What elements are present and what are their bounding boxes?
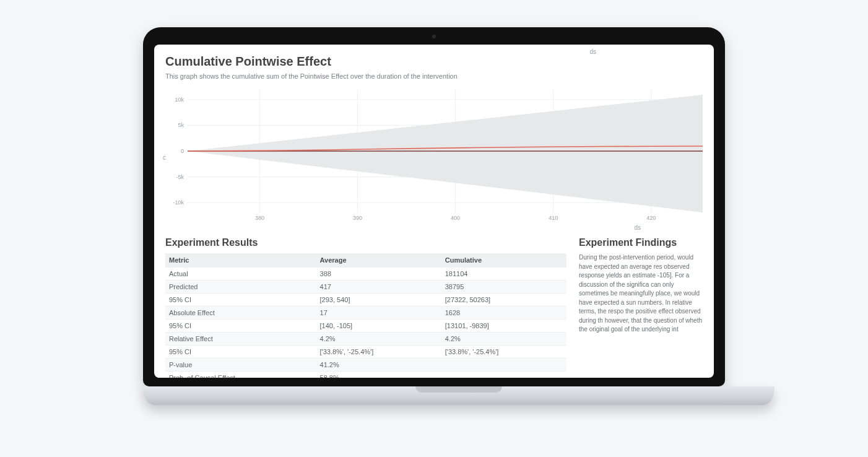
- chart-plot[interactable]: [188, 90, 703, 212]
- xtick: 390: [353, 215, 362, 221]
- xtick: 420: [646, 215, 656, 221]
- app-root: ds Cumulative Pointwise Effect This grap…: [154, 45, 714, 378]
- cell: Actual: [165, 268, 316, 281]
- cell: Prob. of Causal Effect: [165, 372, 316, 378]
- laptop-mock: ds Cumulative Pointwise Effect This grap…: [143, 27, 725, 405]
- cell: [293, 540]: [316, 294, 441, 307]
- cell: [441, 372, 566, 378]
- table-row: 95% CI[140, -105][13101, -9839]: [165, 320, 566, 333]
- panels: Experiment Results Metric Average Cumula…: [165, 237, 703, 378]
- page-subtitle: This graph shows the cumulative sum of t…: [165, 72, 703, 80]
- chart-xticks: 380 390 400 410 420: [188, 215, 703, 224]
- table-row: Actual388181104: [165, 268, 566, 281]
- ytick: 5k: [178, 122, 184, 128]
- cell: 95% CI: [165, 320, 316, 333]
- cell: 38795: [441, 281, 566, 294]
- ytick: 0: [181, 148, 184, 154]
- camera-dot: [432, 35, 436, 38]
- findings-title: Experiment Findings: [579, 237, 703, 248]
- table-row: P-value41.2%: [165, 359, 566, 372]
- cell: [441, 359, 566, 372]
- cell: 4.2%: [316, 333, 441, 346]
- findings-panel: Experiment Findings During the post-inte…: [579, 237, 703, 378]
- cell: P-value: [165, 359, 316, 372]
- chart-svg: [188, 90, 703, 212]
- chart-yticks: 10k 5k 0 -5k -10k: [165, 90, 186, 212]
- laptop-screen: ds Cumulative Pointwise Effect This grap…: [154, 45, 714, 378]
- ci-band: [188, 95, 703, 212]
- cell: Relative Effect: [165, 333, 316, 346]
- xtick: 380: [255, 215, 264, 221]
- laptop-bezel: ds Cumulative Pointwise Effect This grap…: [143, 27, 725, 386]
- table-row: Predicted41738795: [165, 281, 566, 294]
- xtick: 410: [549, 215, 558, 221]
- table-row: Prob. of Causal Effect58.8%: [165, 372, 566, 378]
- chart-xlabel: ds: [634, 224, 641, 231]
- cell: 58.8%: [316, 372, 441, 378]
- findings-body: During the post-intervention period, wou…: [579, 253, 703, 334]
- cell: 41.2%: [316, 359, 441, 372]
- cell: 1628: [441, 307, 566, 320]
- cell: 95% CI: [165, 346, 316, 359]
- table-row: Absolute Effect171628: [165, 307, 566, 320]
- ytick: -5k: [176, 174, 184, 180]
- page-stage: ds Cumulative Pointwise Effect This grap…: [0, 0, 868, 457]
- ytick: 10k: [175, 97, 184, 103]
- cell: ['33.8%', '-25.4%']: [441, 346, 566, 359]
- cell: 388: [316, 268, 441, 281]
- cell: [140, -105]: [316, 320, 441, 333]
- cell: 4.2%: [441, 333, 566, 346]
- ytick: -10k: [173, 199, 184, 206]
- cell: [27322, 50263]: [441, 294, 566, 307]
- table-row: 95% CI[293, 540][27322, 50263]: [165, 294, 566, 307]
- results-table: Metric Average Cumulative Actual38818110…: [165, 253, 566, 378]
- results-panel: Experiment Results Metric Average Cumula…: [165, 237, 566, 378]
- axis-label-top: ds: [589, 48, 596, 55]
- trackpad-notch: [415, 386, 502, 393]
- cell: 95% CI: [165, 294, 316, 307]
- col-metric: Metric: [165, 253, 316, 268]
- table-row: 95% CI['33.8%', '-25.4%']['33.8%', '-25.…: [165, 346, 566, 359]
- cell: 181104: [441, 268, 566, 281]
- table-row: Relative Effect4.2%4.2%: [165, 333, 566, 346]
- cell: Predicted: [165, 281, 316, 294]
- cell: Absolute Effect: [165, 307, 316, 320]
- cell: [13101, -9839]: [441, 320, 566, 333]
- laptop-deck: [143, 386, 775, 405]
- col-cumulative: Cumulative: [441, 253, 566, 268]
- cell: 17: [316, 307, 441, 320]
- cell: 417: [316, 281, 441, 294]
- col-average: Average: [316, 253, 441, 268]
- page-title: Cumulative Pointwise Effect: [165, 54, 703, 69]
- xtick: 400: [451, 215, 460, 221]
- cell: ['33.8%', '-25.4%']: [316, 346, 441, 359]
- chart-container: c 10k 5k 0 -5k -10k: [165, 86, 703, 228]
- results-title: Experiment Results: [165, 237, 566, 248]
